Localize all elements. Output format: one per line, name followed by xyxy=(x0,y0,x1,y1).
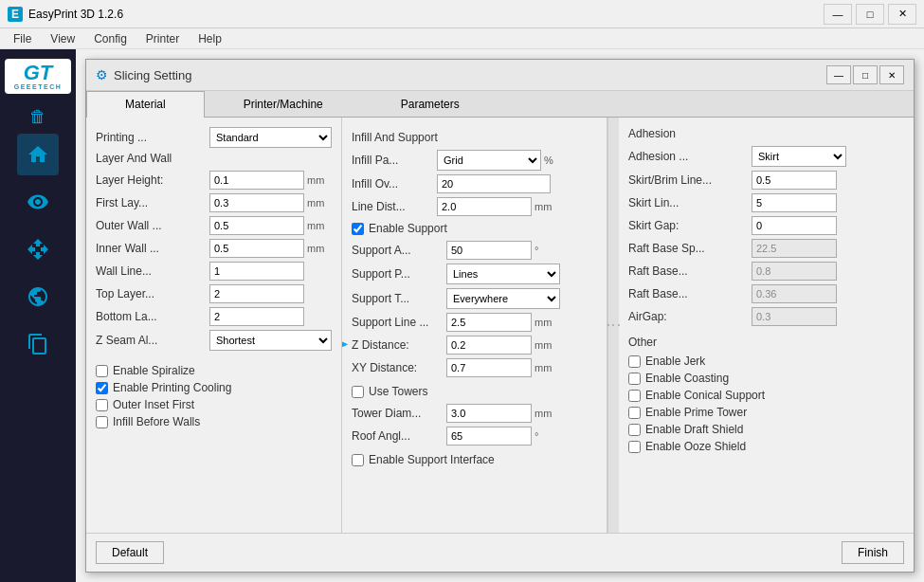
bottom-la-input[interactable] xyxy=(209,307,304,326)
dialog-minimize[interactable]: — xyxy=(826,65,851,84)
svg-text:E: E xyxy=(11,8,19,21)
sidebar: GT GEEETECH 🗑 xyxy=(0,49,76,582)
menu-printer[interactable]: Printer xyxy=(136,30,189,47)
xy-distance-label: XY Distance: xyxy=(352,361,446,374)
first-lay-input[interactable] xyxy=(209,193,304,212)
roof-angl-unit: ° xyxy=(534,430,538,442)
enable-support-row: Enable Support xyxy=(352,222,597,235)
layer-height-input[interactable] xyxy=(209,171,304,190)
outer-wall-row: Outer Wall ... mm xyxy=(96,216,332,235)
tab-printer[interactable]: Printer/Machine xyxy=(205,91,362,117)
skirt-brim-input[interactable] xyxy=(752,171,837,190)
line-dist-row: Line Dist... mm xyxy=(352,197,597,216)
cooling-label: Enable Printing Cooling xyxy=(113,381,231,394)
panel-parameters: Adhesion Adhesion ... Skirt Brim Raft No… xyxy=(619,118,914,533)
adhesion-row: Adhesion ... Skirt Brim Raft None xyxy=(628,146,904,167)
inner-wall-input[interactable] xyxy=(209,239,304,258)
close-button[interactable]: ✕ xyxy=(888,4,916,25)
tab-parameters[interactable]: Parameters xyxy=(362,91,498,117)
tower-diam-input[interactable] xyxy=(446,404,532,423)
sidebar-settings[interactable] xyxy=(17,276,59,318)
use-towers-checkbox[interactable] xyxy=(352,386,364,398)
enable-conical-checkbox[interactable] xyxy=(628,390,641,402)
enable-jerk-checkbox[interactable] xyxy=(628,355,641,368)
infill-ov-input[interactable] xyxy=(437,174,551,193)
infill-walls-label: Infill Before Walls xyxy=(113,415,200,428)
logo-area: GT GEEETECH xyxy=(5,59,71,94)
enable-coasting-checkbox[interactable] xyxy=(628,373,641,385)
infill-walls-checkbox[interactable] xyxy=(96,416,108,428)
support-t-select[interactable]: Everywhere Touching Buildplate xyxy=(446,288,560,309)
enable-draft-checkbox[interactable] xyxy=(628,424,641,436)
dialog-close[interactable]: ✕ xyxy=(879,65,904,84)
top-layer-input[interactable] xyxy=(209,284,304,303)
app-icon: E xyxy=(8,7,23,22)
menu-file[interactable]: File xyxy=(4,30,41,47)
menu-config[interactable]: Config xyxy=(84,30,136,47)
skirt-gap-input[interactable] xyxy=(752,216,837,235)
infill-support-header: Infill And Support xyxy=(352,131,597,144)
panel-printer: Infill And Support Infill Pa... Grid Lin… xyxy=(342,118,607,533)
adhesion-select[interactable]: Skirt Brim Raft None xyxy=(752,146,846,167)
line-dist-input[interactable] xyxy=(437,197,532,216)
trash-icon[interactable]: 🗑 xyxy=(29,107,46,127)
z-seam-select[interactable]: Shortest Random Back Front xyxy=(209,330,332,351)
default-button[interactable]: Default xyxy=(96,541,164,564)
bottom-la-label: Bottom La... xyxy=(96,310,209,323)
tab-material[interactable]: Material xyxy=(86,91,205,118)
maximize-button[interactable]: □ xyxy=(856,4,884,25)
z-distance-arrow: ➤ xyxy=(342,334,349,355)
outer-wall-input[interactable] xyxy=(209,216,304,235)
raft-base2-input[interactable] xyxy=(752,284,837,303)
xy-distance-input[interactable] xyxy=(446,358,532,377)
support-line-input[interactable] xyxy=(446,313,532,332)
enable-prime-row: Enable Prime Tower xyxy=(628,406,904,419)
support-p-select[interactable]: Lines Grid Zigzag xyxy=(446,264,560,284)
adhesion-header: Adhesion xyxy=(628,127,904,140)
enable-ooze-checkbox[interactable] xyxy=(628,441,641,453)
dialog-maximize[interactable]: □ xyxy=(853,65,878,84)
infill-walls-row: Infill Before Walls xyxy=(96,415,332,428)
sidebar-copy[interactable] xyxy=(17,323,59,365)
dialog-body: Printing ... Standard Layer And Wall Lay… xyxy=(86,118,914,533)
dialog-footer: Default Finish xyxy=(86,533,914,572)
skirt-gap-row: Skirt Gap: xyxy=(628,216,904,235)
z-distance-input[interactable] xyxy=(446,336,532,355)
spiralize-checkbox[interactable] xyxy=(96,365,108,377)
enable-draft-row: Enable Draft Shield xyxy=(628,423,904,436)
sidebar-home[interactable] xyxy=(17,134,59,175)
z-distance-unit: mm xyxy=(534,339,552,351)
slicing-dialog: ⚙ Slicing Setting — □ ✕ Material Printer… xyxy=(85,59,915,573)
support-interface-checkbox[interactable] xyxy=(352,454,364,466)
support-p-label: Support P... xyxy=(352,267,446,281)
raft-base-sp-input[interactable] xyxy=(752,239,837,258)
support-a-input[interactable] xyxy=(446,241,532,260)
outer-inset-checkbox[interactable] xyxy=(96,399,108,411)
drag-handle[interactable]: ⋮ xyxy=(607,118,619,533)
layer-wall-header: Layer And Wall xyxy=(96,152,332,165)
enable-support-interface-row: Enable Support Interface xyxy=(352,453,597,466)
enable-support-checkbox[interactable] xyxy=(352,223,364,235)
sidebar-move[interactable] xyxy=(17,228,59,270)
first-lay-unit: mm xyxy=(307,197,324,209)
cooling-row: Enable Printing Cooling xyxy=(96,381,332,394)
enable-prime-label: Enable Prime Tower xyxy=(645,406,747,419)
infill-pa-select[interactable]: Grid Lines Triangles xyxy=(437,150,541,171)
skirt-lin-input[interactable] xyxy=(752,193,837,212)
printing-select[interactable]: Standard xyxy=(209,127,332,148)
raft-base1-input[interactable] xyxy=(752,262,837,281)
menu-help[interactable]: Help xyxy=(189,30,231,47)
raft-base1-row: Raft Base... xyxy=(628,262,904,281)
finish-button[interactable]: Finish xyxy=(842,541,904,564)
wall-line-input[interactable] xyxy=(209,262,304,281)
cooling-checkbox[interactable] xyxy=(96,382,108,394)
sidebar-view[interactable] xyxy=(17,181,59,223)
roof-angl-input[interactable] xyxy=(446,427,532,446)
tab-bar: Material Printer/Machine Parameters xyxy=(86,91,914,118)
minimize-button[interactable]: — xyxy=(824,4,852,25)
outer-wall-label: Outer Wall ... xyxy=(96,219,209,232)
airgap-input[interactable] xyxy=(752,307,837,326)
panel-material: Printing ... Standard Layer And Wall Lay… xyxy=(86,118,342,533)
menu-view[interactable]: View xyxy=(41,30,84,47)
enable-prime-checkbox[interactable] xyxy=(628,407,641,419)
